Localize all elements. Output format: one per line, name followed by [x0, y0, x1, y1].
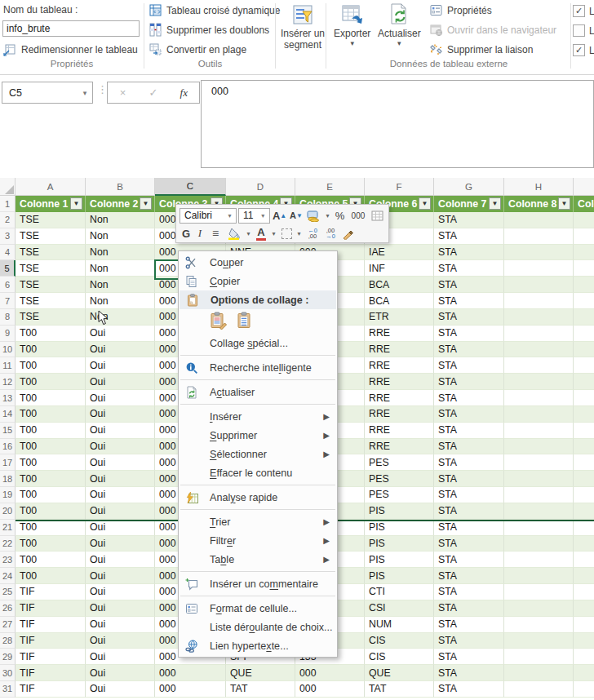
cell-B15[interactable]: Oui [86, 423, 155, 439]
cell-A17[interactable]: T00 [16, 454, 86, 471]
menu-item-analyse-rapide[interactable]: Analyse rapide [179, 488, 337, 507]
cell-B24[interactable]: Oui [86, 568, 155, 584]
cell-B27[interactable]: Oui [86, 617, 155, 633]
cell-G25[interactable]: STA [434, 584, 504, 600]
cell-B22[interactable]: Oui [86, 536, 155, 552]
export-dropdown-icon[interactable]: ▾ [350, 40, 354, 47]
cell-F16[interactable]: RRE [365, 439, 434, 455]
cell-B8[interactable]: Non [86, 309, 155, 326]
bold-button[interactable]: G [180, 228, 193, 240]
cell-I4[interactable] [574, 245, 594, 261]
borders-button[interactable] [279, 228, 294, 239]
cell-I28[interactable] [574, 633, 594, 649]
menu-item-recherche-intelligente[interactable]: Recherche intelligente [179, 358, 337, 377]
column-header-H[interactable]: H [504, 178, 574, 196]
cell-B19[interactable]: Oui [86, 487, 155, 503]
cell-B20[interactable]: Oui [86, 503, 155, 520]
cell-G26[interactable]: STA [434, 600, 504, 617]
font-color-button[interactable]: A [254, 226, 268, 241]
cell-F10[interactable]: RRE [365, 342, 434, 358]
cell-A14[interactable]: T00 [16, 406, 86, 423]
menu-item-inserer-un-commentaire[interactable]: Insérer un commentaire [179, 574, 337, 593]
cell-A9[interactable]: T00 [16, 326, 86, 342]
cell-A23[interactable]: T00 [16, 552, 86, 568]
row-header-18[interactable]: 18 [0, 471, 16, 487]
cell-F24[interactable]: PIS [365, 568, 434, 584]
cell-A19[interactable]: T00 [16, 487, 86, 503]
cell-B10[interactable]: Oui [86, 342, 155, 358]
cell-H3[interactable] [504, 228, 574, 245]
cell-I7[interactable] [574, 293, 594, 309]
row-header-2[interactable]: 2 [0, 212, 16, 228]
row-header-29[interactable]: 29 [0, 649, 16, 665]
cell-G31[interactable]: STA [434, 681, 504, 698]
cell-H28[interactable] [504, 633, 574, 649]
cell-H26[interactable] [504, 600, 574, 617]
name-box-dropdown-icon[interactable]: ▾ [78, 89, 92, 97]
column-header-E[interactable]: E [295, 178, 365, 196]
column-header-I[interactable]: I [574, 178, 594, 196]
cell-B26[interactable]: Oui [86, 600, 155, 617]
cell-I6[interactable] [574, 277, 594, 293]
cell-F14[interactable]: RRE [365, 406, 434, 423]
cell-B31[interactable]: Oui [86, 681, 155, 698]
cell-I16[interactable] [574, 439, 594, 455]
cell-C30[interactable]: 000 [155, 665, 226, 681]
cell-B18[interactable]: Oui [86, 471, 155, 487]
cell-F27[interactable]: NUM [365, 617, 434, 633]
checkbox-row-3[interactable]: ✓ Ligne [573, 44, 594, 56]
cell-I13[interactable] [574, 390, 594, 406]
column-header-C[interactable]: C [155, 178, 226, 196]
cell-H10[interactable] [504, 342, 574, 358]
row-header-7[interactable]: 7 [0, 293, 16, 309]
cell-A3[interactable]: TSE [16, 228, 86, 245]
cell-C31[interactable]: 000 [155, 681, 226, 698]
cell-H24[interactable] [504, 568, 574, 584]
row-header-23[interactable]: 23 [0, 552, 16, 568]
cell-H12[interactable] [504, 374, 574, 390]
cell-A25[interactable]: TIF [16, 584, 86, 600]
cell-A24[interactable]: T00 [16, 568, 86, 584]
cell-A6[interactable]: TSE [16, 277, 86, 293]
cell-B2[interactable]: Non [86, 212, 155, 228]
cell-G4[interactable]: STA [434, 245, 504, 261]
italic-button[interactable]: I [194, 227, 206, 240]
filter-button-colonne-7[interactable]: ▼ [489, 197, 501, 210]
cell-G22[interactable]: STA [434, 536, 504, 552]
cell-I27[interactable] [574, 617, 594, 633]
row-header-3[interactable]: 3 [0, 228, 16, 245]
cell-G5[interactable]: STA [434, 260, 504, 277]
cell-I3[interactable] [574, 228, 594, 245]
pivot-table-button[interactable]: Tableau croisé dynamique [148, 3, 280, 17]
cell-F5[interactable]: INF [365, 260, 434, 277]
cell-G11[interactable]: STA [434, 357, 504, 374]
font-size-select[interactable]: 11 ▾ [238, 208, 270, 224]
cell-F29[interactable]: CIS [365, 649, 434, 665]
menu-item-collage-special[interactable]: Collage spécial... [179, 334, 337, 352]
row-header-6[interactable]: 6 [0, 277, 16, 293]
cell-A11[interactable]: T00 [16, 357, 86, 374]
cell-I22[interactable] [574, 536, 594, 552]
cell-E30[interactable]: 000 [295, 665, 365, 681]
format-table-button[interactable] [370, 210, 385, 221]
row-header-16[interactable]: 16 [0, 439, 16, 455]
row-header-30[interactable]: 30 [0, 665, 16, 681]
cell-I19[interactable] [574, 487, 594, 503]
row-header-22[interactable]: 22 [0, 536, 16, 552]
column-header-B[interactable]: B [86, 178, 155, 196]
paste-values-icon[interactable] [236, 312, 255, 331]
cell-G28[interactable]: STA [434, 633, 504, 649]
cell-G6[interactable]: STA [434, 277, 504, 293]
cell-A13[interactable]: T00 [16, 390, 86, 406]
accounting-format-button[interactable] [305, 210, 322, 222]
cell-I17[interactable] [574, 454, 594, 471]
cell-A29[interactable]: TIF [16, 649, 86, 665]
paste-keep-formatting-icon[interactable] [210, 312, 229, 331]
cell-G9[interactable]: STA [434, 326, 504, 342]
cell-B16[interactable]: Oui [86, 439, 155, 455]
cell-B5[interactable]: Non [86, 260, 155, 277]
cell-G24[interactable]: STA [434, 568, 504, 584]
cell-H16[interactable] [504, 439, 574, 455]
format-painter-button[interactable] [340, 228, 355, 240]
menu-item-supprimer[interactable]: Supprimer▶ [179, 426, 337, 445]
